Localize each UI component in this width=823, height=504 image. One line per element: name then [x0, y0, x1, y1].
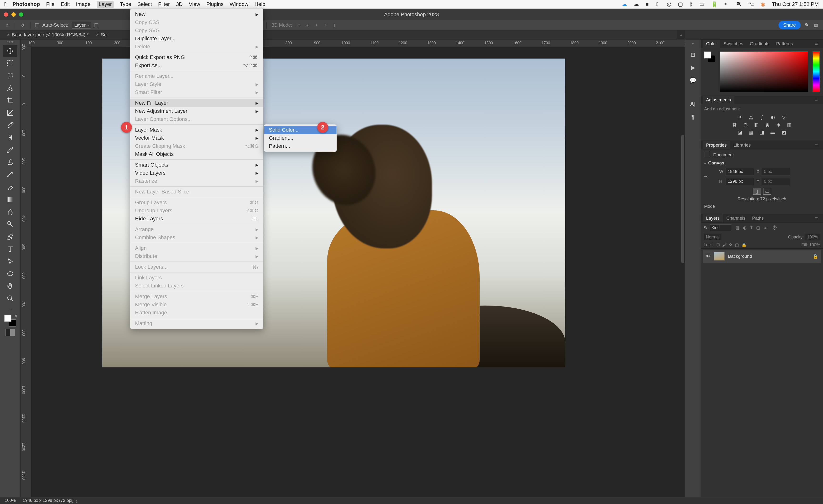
zoom-level[interactable]: 100% [5, 498, 16, 503]
hand-tool[interactable] [3, 280, 17, 292]
menu-window[interactable]: Window [230, 1, 249, 7]
vertical-scrollbar[interactable] [681, 135, 684, 263]
lock-pixels-icon[interactable]: 🖌 [722, 242, 726, 247]
hue-slider[interactable] [813, 51, 820, 92]
tab-patterns[interactable]: Patterns [773, 40, 796, 48]
tab-layers[interactable]: Layers [703, 214, 723, 222]
lasso-tool[interactable] [3, 70, 17, 82]
y-field[interactable]: 0 px [762, 178, 790, 185]
3d-icon-2[interactable]: ◈ [305, 22, 310, 28]
panel-menu-icon[interactable]: ≡ [812, 214, 821, 222]
status-facetime-icon[interactable]: ■ [646, 1, 649, 7]
document-tab-2[interactable]: × Scr [95, 32, 109, 38]
workspace-icon[interactable]: ▦ [813, 22, 819, 28]
invert-icon[interactable]: ◪ [736, 129, 744, 136]
menu-item[interactable]: Export As...⌥⇧⌘' [130, 61, 263, 69]
selective-color-icon[interactable]: ◩ [780, 129, 788, 136]
status-box-icon[interactable]: ▢ [678, 1, 683, 7]
layer-row-background[interactable]: 👁 Background 🔒 [703, 250, 821, 263]
doc-info[interactable]: 1946 px x 1298 px (72 ppi) [23, 498, 73, 503]
menu-view[interactable]: View [189, 1, 200, 7]
status-wifi-icon[interactable]: ᯤ [724, 1, 729, 7]
home-icon[interactable]: ⌂ [4, 22, 10, 28]
menu-layer[interactable]: Layer [97, 1, 114, 8]
color-field[interactable] [720, 51, 808, 92]
gradient-tool[interactable] [3, 194, 17, 205]
tab-libraries[interactable]: Libraries [730, 141, 754, 149]
posterize-icon[interactable]: ▨ [748, 129, 755, 136]
crop-tool[interactable] [3, 94, 17, 106]
status-siri-icon[interactable]: ◉ [761, 1, 765, 7]
color-fg-bg-swatch[interactable] [704, 51, 715, 62]
layer-filter-kind[interactable] [710, 224, 731, 231]
menu-edit[interactable]: Edit [61, 1, 70, 7]
menu-type[interactable]: Type [120, 1, 131, 7]
histogram-icon[interactable]: ⊞ [691, 51, 695, 58]
paragraph-icon[interactable]: ¶ [691, 114, 694, 120]
menu-image[interactable]: Image [76, 1, 91, 7]
tab-channels[interactable]: Channels [723, 214, 749, 222]
orientation-landscape[interactable]: ▭ [763, 188, 771, 195]
menu-item[interactable]: Smart Objects▶ [130, 161, 263, 169]
menu-file[interactable]: File [46, 1, 54, 7]
transform-controls-checkbox[interactable] [95, 23, 98, 27]
menu-item[interactable]: Duplicate Layer... [130, 34, 263, 43]
lookup-icon[interactable]: ▥ [786, 121, 793, 128]
link-wh-icon[interactable]: ⚯ [704, 174, 708, 180]
status-cloud-icon[interactable]: ☁︎ [622, 1, 627, 7]
menu-help[interactable]: Help [255, 1, 265, 7]
pen-tool[interactable] [3, 231, 17, 242]
quick-mask-icon[interactable] [5, 329, 15, 336]
3d-icon-4[interactable]: ✧ [323, 22, 328, 28]
orientation-portrait[interactable]: ▯ [753, 188, 761, 195]
status-weather-icon[interactable]: ☁︎ [634, 1, 639, 7]
brush-tool[interactable] [3, 144, 17, 156]
color-balance-icon[interactable]: ⚖ [742, 121, 749, 128]
menu-item[interactable]: Vector Mask▶ [130, 134, 263, 142]
channel-mixer-icon[interactable]: ◈ [775, 121, 782, 128]
menu-item[interactable]: Mask All Objects [130, 150, 263, 158]
panel-menu-icon[interactable]: ≡ [812, 141, 821, 149]
tab-paths[interactable]: Paths [749, 214, 767, 222]
menu-plugins[interactable]: Plugins [206, 1, 223, 7]
shape-tool[interactable] [3, 268, 17, 280]
hue-icon[interactable]: ▦ [731, 121, 738, 128]
menu-item[interactable]: Video Layers▶ [130, 169, 263, 177]
collapse-tabs-icon[interactable]: « [677, 30, 685, 39]
tab-properties[interactable]: Properties [703, 141, 730, 149]
lock-artboard-icon[interactable]: ▢ [735, 242, 739, 247]
toolbox-grip-icon[interactable]: ◂◂▸▸ [7, 40, 14, 43]
tab-swatches[interactable]: Swatches [720, 40, 746, 48]
history-brush-tool[interactable] [3, 169, 17, 181]
eyedropper-tool[interactable] [3, 119, 17, 131]
clone-stamp-tool[interactable] [3, 156, 17, 168]
status-control-center-icon[interactable]: ⌥ [748, 1, 754, 7]
app-name[interactable]: Photoshop [13, 1, 40, 7]
filter-pixel-icon[interactable]: ▦ [735, 225, 739, 230]
horizontal-ruler[interactable]: 1003001002001000500600700800900100011001… [31, 39, 685, 47]
filter-shape-icon[interactable]: ▢ [756, 225, 760, 230]
status-record-icon[interactable]: ◎ [667, 1, 671, 7]
vertical-ruler[interactable]: 2000010020030040050060070080090010001100… [20, 47, 31, 497]
visibility-icon[interactable]: 👁 [706, 254, 710, 259]
filter-adjust-icon[interactable]: ◐ [743, 225, 747, 230]
edit-toolbar-icon[interactable]: ⋯ [8, 307, 13, 313]
quick-selection-tool[interactable] [3, 82, 17, 94]
status-bluetooth-icon[interactable]: ᛒ [690, 1, 693, 7]
photo-filter-icon[interactable]: ◉ [764, 121, 771, 128]
opacity-field[interactable]: 100% [805, 234, 820, 240]
exposure-icon[interactable]: ◐ [770, 114, 777, 120]
apple-menu-icon[interactable]:  [4, 1, 6, 8]
status-battery-icon[interactable]: 🔋 [711, 1, 717, 7]
color-swatch[interactable]: ⤱ [4, 315, 16, 326]
close-tab-icon[interactable]: × [7, 33, 9, 37]
brightness-icon[interactable]: ☀ [736, 114, 744, 120]
panel-menu-icon[interactable]: ≡ [812, 96, 821, 104]
auto-select-checkbox[interactable] [35, 23, 39, 27]
menu-item[interactable]: New Fill Layer▶ [130, 99, 263, 107]
curves-icon[interactable]: ∫ [759, 114, 766, 120]
filter-toggle-icon[interactable]: ⏻ [773, 225, 777, 230]
lock-icon[interactable]: 🔒 [741, 242, 747, 247]
maximize-button[interactable] [19, 12, 23, 17]
expand-icon[interactable]: » [692, 41, 694, 45]
